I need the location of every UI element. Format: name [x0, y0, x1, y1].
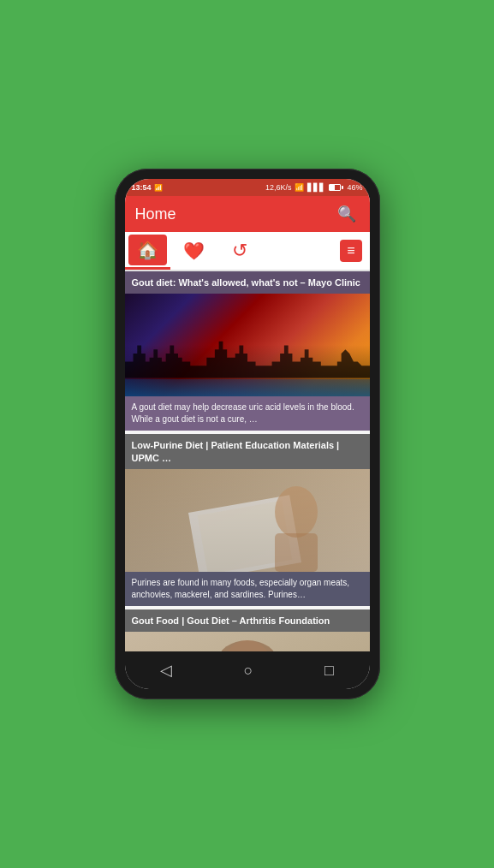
svg-point-3	[275, 486, 318, 538]
status-sim-icon: 📶	[154, 184, 163, 192]
status-speed: 12,6K/s	[265, 183, 292, 192]
svg-rect-2	[197, 501, 292, 572]
home-button[interactable]: ○	[230, 655, 267, 687]
svg-rect-1	[187, 495, 301, 572]
article-summary-2: Purines are found in many foods, especia…	[125, 572, 370, 606]
article-title-3: Gout Food | Gout Diet – Arthritis Founda…	[125, 609, 370, 632]
svg-rect-0	[125, 469, 370, 572]
article-image-2	[125, 469, 370, 572]
article-card-3[interactable]: Gout Food | Gout Diet – Arthritis Founda…	[125, 609, 370, 651]
app-bar: Home 🔍	[125, 196, 370, 232]
wifi-icon: 📶	[295, 183, 304, 192]
recents-button[interactable]: □	[311, 655, 348, 687]
article-image-3	[125, 632, 370, 651]
tab-bar: 🏠 ❤️ ↺ ≡	[125, 232, 370, 271]
bottom-nav: ◁ ○ □	[125, 651, 370, 689]
status-left: 13:54 📶	[132, 183, 163, 192]
app-title: Home	[135, 205, 176, 223]
status-bar: 13:54 📶 12,6K/s 📶 ▋▋▋ 46%	[125, 179, 370, 196]
tab-home[interactable]: 🏠	[125, 232, 171, 270]
phone-frame: 13:54 📶 12,6K/s 📶 ▋▋▋ 46% Home 🔍	[115, 169, 380, 699]
article-title-2: Low-Purine Diet | Patient Education Mate…	[125, 434, 370, 469]
tab-menu[interactable]: ≡	[332, 232, 369, 270]
menu-icon: ≡	[340, 240, 361, 262]
article-title-1: Gout diet: What's allowed, what's not – …	[125, 271, 370, 294]
article-image-1	[125, 294, 370, 396]
svg-rect-4	[275, 533, 318, 572]
heart-icon: ❤️	[183, 241, 205, 261]
article-card-2[interactable]: Low-Purine Diet | Patient Education Mate…	[125, 434, 370, 606]
home-icon: 🏠	[137, 241, 158, 259]
tab-spacer	[263, 232, 332, 270]
article-card-1[interactable]: Gout diet: What's allowed, what's not – …	[125, 271, 370, 431]
search-button[interactable]: 🔍	[334, 201, 360, 227]
article-summary-1: A gout diet may help decrease uric acid …	[125, 396, 370, 431]
battery-percent: 46%	[347, 183, 362, 192]
back-button[interactable]: ◁	[146, 654, 186, 687]
tab-history[interactable]: ↺	[217, 232, 263, 270]
content-area[interactable]: Gout diet: What's allowed, what's not – …	[125, 271, 370, 651]
status-time: 13:54	[132, 183, 152, 192]
phone-screen: 13:54 📶 12,6K/s 📶 ▋▋▋ 46% Home 🔍	[125, 179, 370, 689]
battery-icon	[329, 184, 343, 191]
history-icon: ↺	[232, 240, 247, 262]
status-right: 12,6K/s 📶 ▋▋▋ 46%	[265, 183, 363, 192]
signal-icon: ▋▋▋	[307, 183, 325, 192]
tab-favorites[interactable]: ❤️	[170, 232, 217, 270]
